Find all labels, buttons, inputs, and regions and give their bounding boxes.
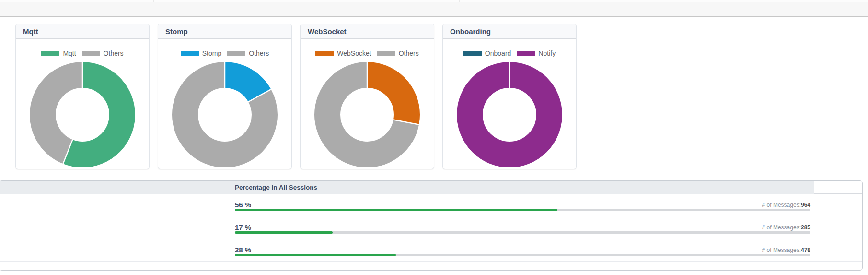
chart-cards-row: Mqtt Mqtt Others Stomp	[15, 24, 577, 169]
legend-item[interactable]: Onboard	[463, 49, 511, 57]
card-stomp: Stomp Stomp Others	[158, 24, 292, 169]
chart-legend: Stomp Others	[158, 39, 291, 57]
card-body: Mqtt Others	[16, 39, 149, 169]
tab-strip	[0, 0, 868, 2]
legend-label: Onboard	[485, 49, 511, 57]
table-row: 28 % # of Messages:478	[0, 239, 862, 262]
table-row: 17 % # of Messages:285	[0, 216, 862, 239]
legend-swatch	[181, 51, 199, 56]
card-title: Stomp	[165, 27, 188, 36]
tab-divider	[153, 0, 154, 2]
donut-chart-stomp	[172, 62, 278, 167]
legend-swatch	[82, 51, 100, 56]
legend-label: Others	[399, 49, 419, 57]
table-footer-spacer	[0, 262, 862, 269]
legend-item[interactable]: Mqtt	[41, 49, 76, 57]
legend-item[interactable]: Others	[82, 49, 124, 57]
percent-value: 56 %	[235, 201, 251, 209]
legend-label: Others	[249, 49, 269, 57]
tab-divider	[614, 0, 614, 2]
column-header-percentage: Percentage in All Sessions	[235, 181, 317, 194]
donut-chart-onboarding	[457, 62, 562, 167]
legend-label: WebSocket	[337, 49, 371, 57]
card-title: WebSocket	[308, 27, 347, 36]
table-header-background	[0, 181, 814, 194]
legend-swatch	[377, 51, 395, 56]
legend-item[interactable]: Notify	[517, 49, 556, 57]
tab-divider	[459, 0, 460, 2]
legend-swatch	[463, 51, 482, 56]
progress-bar-track	[235, 254, 810, 256]
sessions-table: Percentage in All Sessions 56 % # of Mes…	[0, 180, 863, 271]
card-title: Mqtt	[23, 27, 38, 36]
chart-legend: Mqtt Others	[16, 39, 149, 57]
donut-chart-websocket	[314, 62, 420, 167]
messages-count: # of Messages:964	[762, 202, 810, 208]
progress-bar-fill	[235, 209, 557, 211]
card-onboarding: Onboarding Onboard Notify	[442, 24, 577, 169]
card-header: WebSocket	[301, 24, 434, 39]
legend-swatch	[227, 51, 245, 56]
legend-item[interactable]: Others	[377, 49, 419, 57]
card-mqtt: Mqtt Mqtt Others	[15, 24, 150, 169]
legend-swatch	[315, 51, 334, 56]
table-header-row: Percentage in All Sessions	[0, 181, 862, 194]
legend-label: Mqtt	[63, 49, 76, 57]
percent-value: 28 %	[235, 246, 251, 254]
progress-bar-fill	[235, 231, 333, 234]
legend-swatch	[41, 51, 59, 56]
percent-value: 17 %	[235, 223, 251, 231]
top-toolbar	[0, 0, 868, 17]
legend-label: Stomp	[202, 49, 221, 57]
legend-item[interactable]: Others	[227, 49, 269, 57]
card-header: Stomp	[158, 24, 291, 39]
legend-item[interactable]: WebSocket	[315, 49, 371, 57]
progress-bar-fill	[235, 254, 396, 256]
progress-bar-track	[235, 209, 810, 211]
table-row: 56 % # of Messages:964	[0, 194, 862, 216]
card-header: Mqtt	[16, 24, 149, 39]
legend-label: Notify	[538, 49, 556, 57]
messages-count: # of Messages:285	[762, 224, 810, 231]
card-header: Onboarding	[443, 24, 576, 39]
card-websocket: WebSocket WebSocket Others	[300, 24, 434, 169]
messages-count: # of Messages:478	[762, 247, 810, 253]
legend-item[interactable]: Stomp	[181, 49, 221, 57]
chart-legend: Onboard Notify	[443, 39, 576, 57]
legend-label: Others	[104, 49, 124, 57]
card-body: Onboard Notify	[443, 39, 576, 169]
card-title: Onboarding	[450, 27, 491, 36]
donut-chart-mqtt	[30, 62, 135, 167]
card-body: WebSocket Others	[301, 39, 434, 169]
progress-bar-track	[235, 231, 810, 234]
chart-legend: WebSocket Others	[301, 39, 434, 57]
card-body: Stomp Others	[158, 39, 291, 169]
legend-swatch	[517, 51, 535, 56]
